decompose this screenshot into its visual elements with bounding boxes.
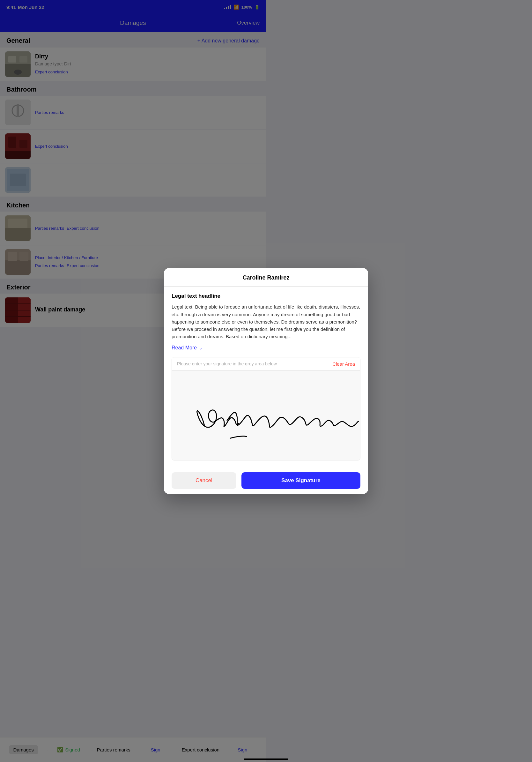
signature-drawing bbox=[172, 371, 266, 381]
signature-modal: Caroline Ramirez Legal text headline Leg… bbox=[164, 268, 266, 381]
signature-area[interactable]: Please enter your signature in the grey … bbox=[171, 357, 266, 381]
signature-header: Please enter your signature in the grey … bbox=[172, 357, 266, 371]
modal-title: Caroline Ramirez bbox=[242, 274, 266, 281]
read-more-label: Read More bbox=[171, 345, 197, 351]
modal-header: Caroline Ramirez bbox=[164, 268, 266, 286]
signature-canvas[interactable] bbox=[172, 371, 266, 381]
legal-headline: Legal text headline bbox=[171, 293, 266, 299]
modal-body: Legal text headline Legal text. Being ab… bbox=[164, 286, 266, 381]
signature-placeholder-text: Please enter your signature in the grey … bbox=[177, 361, 266, 366]
legal-text: Legal text. Being able to foresee an unf… bbox=[171, 303, 266, 340]
read-more-button[interactable]: Read More ⌄ bbox=[171, 345, 266, 351]
modal-overlay: Caroline Ramirez Legal text headline Leg… bbox=[0, 0, 266, 381]
chevron-down-icon: ⌄ bbox=[199, 345, 203, 350]
